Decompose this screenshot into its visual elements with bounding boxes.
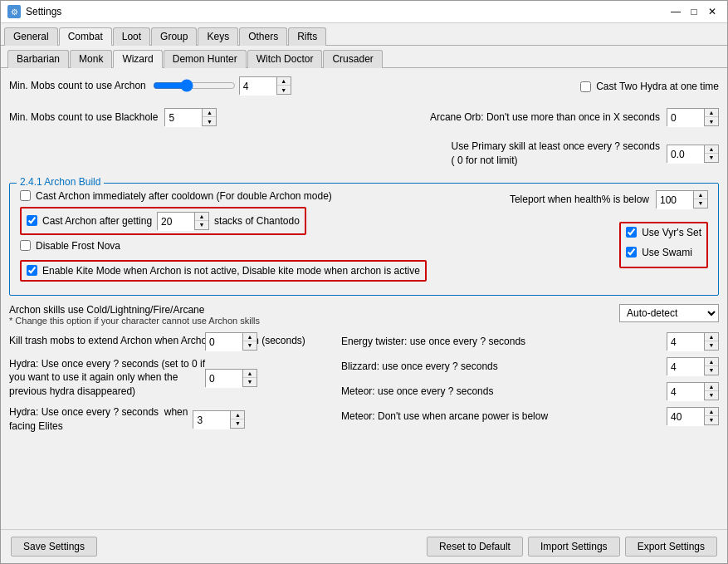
hydra-once-spin-up[interactable]: ▲: [243, 370, 257, 378]
primary-skill-label: Use Primary skill at least once every ? …: [452, 140, 660, 168]
blizzard-spin-up[interactable]: ▲: [705, 358, 718, 366]
cast-archon-stacks-spin-up[interactable]: ▲: [195, 213, 208, 221]
meteor-spin-up[interactable]: ▲: [705, 383, 718, 391]
vyrs-checkbox[interactable]: [626, 227, 637, 238]
meteor-arcane-input[interactable]: 40: [667, 408, 704, 426]
tab-demon-hunter[interactable]: Demon Hunter: [164, 50, 247, 68]
meteor-arcane-spin-up[interactable]: ▲: [705, 408, 718, 416]
blizzard-spin-down[interactable]: ▼: [705, 366, 718, 375]
tab-combat[interactable]: Combat: [59, 27, 112, 46]
cast-two-hydra-row: Cast Two Hydra at one time: [580, 81, 719, 92]
energy-twister-input[interactable]: 4: [667, 333, 704, 351]
enable-kite-box: Enable Kite Mode when Archon is not acti…: [20, 260, 427, 282]
archon-slider[interactable]: [153, 77, 236, 94]
teleport-spin-down[interactable]: ▼: [694, 199, 707, 208]
archon-mobs-spin-down[interactable]: ▼: [277, 86, 291, 94]
cast-archon-stacks-input[interactable]: 20: [158, 213, 194, 231]
blizzard-input[interactable]: 4: [667, 358, 704, 376]
cast-archon-stacks-suffix: stacks of Chantodo: [214, 215, 300, 227]
row-archon: Min. Mobs count to use Archon 4 ▲ ▼ Cast…: [9, 76, 719, 101]
kill-trash-label: Kill trash mobs to extend Archon when Ar…: [9, 334, 200, 348]
import-button[interactable]: Import Settings: [528, 537, 620, 557]
tab-general[interactable]: General: [4, 27, 58, 46]
blackhole-input[interactable]: 5: [165, 109, 202, 127]
tab-loot[interactable]: Loot: [113, 27, 150, 46]
tab-witch-doctor[interactable]: Witch Doctor: [247, 50, 323, 68]
maximize-button[interactable]: □: [686, 4, 702, 19]
energy-twister-label: Energy twister: use once every ? seconds: [341, 336, 525, 347]
arcane-orb-group: Arcane Orb: Don't use more than once in …: [430, 108, 719, 126]
enable-kite-label: Enable Kite Mode when Archon is not acti…: [42, 265, 420, 277]
cast-archon-cooldown-label: Cast Archon immediately after cooldown (…: [36, 190, 332, 202]
tab-crusader[interactable]: Crusader: [323, 50, 382, 68]
primary-skill-spin-down[interactable]: ▼: [705, 154, 718, 162]
cast-archon-after-checkbox[interactable]: [27, 215, 37, 226]
close-button[interactable]: ✕: [704, 4, 721, 19]
energy-twister-spin-down[interactable]: ▼: [705, 341, 718, 350]
meteor-arcane-spin-down[interactable]: ▼: [705, 416, 718, 424]
teleport-input[interactable]: 100: [657, 191, 693, 209]
hydra-once-input[interactable]: 0: [206, 370, 242, 388]
archon-mobs-input[interactable]: 4: [240, 77, 276, 96]
blackhole-label: Min. Mobs count to use Blackhole: [9, 111, 158, 123]
vyrs-label: Use Vyr's Set: [642, 227, 701, 238]
hydra-elite-input[interactable]: 3: [193, 411, 230, 429]
meteor-input[interactable]: 4: [667, 383, 704, 401]
energy-twister-spin-up[interactable]: ▲: [705, 333, 718, 341]
hydra-elite-spin-down[interactable]: ▼: [231, 419, 244, 428]
teleport-label: Teleport when health% is below: [510, 194, 649, 205]
disable-frost-row: Disable Frost Nova: [20, 240, 510, 252]
teleport-row-container: Cast Archon immediately after cooldown (…: [20, 190, 708, 282]
tab-rifts[interactable]: Rifts: [288, 27, 326, 46]
save-button[interactable]: Save Settings: [11, 537, 97, 557]
blackhole-spin-down[interactable]: ▼: [203, 117, 216, 125]
bottom-right-buttons: Reset to Default Import Settings Export …: [427, 537, 717, 557]
cast-archon-after-wrapper: Cast Archon after getting 20 ▲ ▼ stacks …: [20, 207, 510, 235]
title-bar-left: ⚙ Settings: [7, 5, 61, 18]
teleport-spin-up[interactable]: ▲: [694, 191, 707, 199]
cast-archon-stacks-spin-down[interactable]: ▼: [195, 221, 208, 229]
tab-keys[interactable]: Keys: [198, 27, 238, 46]
primary-skill-input[interactable]: 0.0: [667, 145, 704, 164]
reset-button[interactable]: Reset to Default: [427, 537, 523, 557]
kill-trash-input[interactable]: 0: [206, 333, 242, 351]
blackhole-spin-up[interactable]: ▲: [203, 109, 216, 117]
export-button[interactable]: Export Settings: [625, 537, 717, 557]
hydra-once-spin-down[interactable]: ▼: [243, 378, 257, 386]
kill-trash-spin-down[interactable]: ▼: [243, 341, 257, 350]
cast-two-hydra-label: Cast Two Hydra at one time: [596, 81, 719, 92]
enable-kite-checkbox[interactable]: [27, 265, 37, 276]
cast-archon-after-box: Cast Archon after getting 20 ▲ ▼ stacks …: [20, 207, 306, 235]
meteor-label: Meteor: use once every ? seconds: [341, 385, 493, 397]
arcane-orb-input[interactable]: 0: [667, 109, 704, 127]
tab-wizard[interactable]: Wizard: [113, 50, 162, 68]
tab-barbarian[interactable]: Barbarian: [7, 50, 69, 68]
right-col: Energy twister: use once every ? seconds…: [341, 332, 719, 440]
cast-two-hydra-checkbox[interactable]: [580, 81, 591, 92]
settings-icon: ⚙: [7, 5, 21, 18]
swami-checkbox[interactable]: [626, 247, 637, 257]
swami-row: Use Swami: [626, 247, 692, 258]
tab-others[interactable]: Others: [239, 27, 287, 46]
primary-skill-spin-up[interactable]: ▲: [705, 145, 718, 154]
cast-archon-cooldown-checkbox[interactable]: [20, 190, 31, 201]
archon-skills-label: Archon skills use Cold/Lightning/Fire/Ar…: [9, 304, 260, 316]
archon-right-col: Teleport when health% is below 100 ▲ ▼: [510, 190, 708, 268]
arcane-orb-spin-down[interactable]: ▼: [705, 117, 718, 125]
cast-archon-cooldown-row: Cast Archon immediately after cooldown (…: [20, 190, 510, 202]
vyrs-row: Use Vyr's Set: [626, 227, 701, 238]
arcane-orb-spin-up[interactable]: ▲: [705, 109, 718, 117]
archon-mobs-spin-up[interactable]: ▲: [277, 77, 291, 86]
tab-monk[interactable]: Monk: [70, 50, 112, 68]
minimize-button[interactable]: —: [667, 4, 684, 19]
content-area: Min. Mobs count to use Archon 4 ▲ ▼ Cast…: [1, 68, 727, 529]
primary-skill-spinbox: 0.0 ▲ ▼: [667, 145, 719, 163]
vyrs-swami-box: Use Vyr's Set Use Swami: [619, 222, 708, 268]
hydra-elite-spin-up[interactable]: ▲: [231, 411, 244, 419]
meteor-spin-down[interactable]: ▼: [705, 391, 718, 400]
meteor-spinbox: 4 ▲ ▼: [667, 382, 719, 400]
kill-trash-spin-up[interactable]: ▲: [243, 333, 257, 341]
disable-frost-checkbox[interactable]: [20, 240, 31, 251]
archon-skills-select[interactable]: Auto-detect Cold Lightning Fire Arcane: [619, 304, 719, 322]
tab-group[interactable]: Group: [151, 27, 197, 46]
